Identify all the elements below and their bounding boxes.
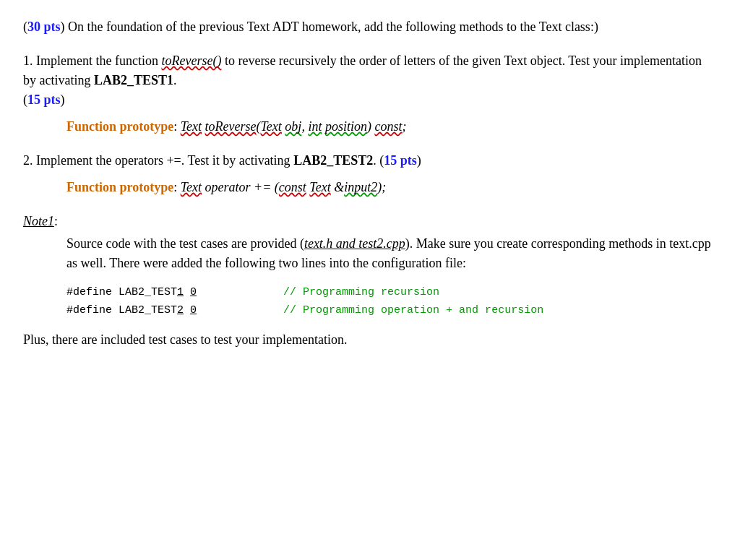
code-define-1: #define LAB2_TEST1 0	[66, 285, 197, 301]
note-header: Note1:	[23, 212, 717, 231]
code-comment-2: // Programming operation + and recursion	[283, 303, 543, 319]
section-1: 1. Implement the function toReverse() to…	[23, 51, 717, 137]
section1-prototype-block: Function prototype: Text toReverse(Text …	[66, 117, 717, 137]
section1-text-before: Implement the function	[36, 53, 161, 68]
section1-function-name: toReverse()	[161, 53, 221, 68]
code-line-1: #define LAB2_TEST1 0 // Programming recu…	[66, 285, 717, 301]
code-define-2: #define LAB2_TEST2 0	[66, 303, 197, 319]
section2-proto-const: const	[279, 180, 306, 194]
note-link: text.h and test2.cpp	[304, 236, 405, 251]
code-comment-1: // Programming recursion	[283, 285, 439, 301]
section1-pts: 15 pts	[27, 92, 61, 107]
section1-test-label: LAB2_TEST1	[94, 73, 173, 87]
section2-pts: 15 pts	[384, 153, 417, 168]
intro-pts: 30 pts	[27, 20, 61, 34]
section2-test-label: LAB2_TEST2	[293, 153, 373, 168]
note-section: Note1: Source code with the test cases a…	[23, 212, 717, 350]
section1-proto-toReverse: toReverse	[205, 119, 257, 134]
section1-proto-position: position	[325, 119, 367, 134]
section2-prototype-block: Function prototype: Text operator += (co…	[66, 178, 717, 197]
note-body: Source code with the test cases are prov…	[23, 234, 717, 350]
intro-paragraph: (30 pts) On the foundation of the previo…	[23, 17, 717, 37]
note-label: Note1	[23, 214, 54, 228]
section2-text: 2. Implement the operators +=. Test it b…	[23, 151, 717, 171]
section1-number: 1.	[23, 53, 33, 68]
intro-text: ) On the foundation of the previous Text…	[61, 20, 594, 34]
note-line1: Source code with the test cases are prov…	[66, 234, 717, 273]
code-block: #define LAB2_TEST1 0 // Programming recu…	[66, 285, 717, 319]
section2-prototype-label: Function prototype	[66, 180, 173, 194]
section2-proto-input2: input2	[344, 180, 377, 194]
section2-number: 2.	[23, 153, 33, 168]
section2-text-before: Implement the operators +=. Test it by a…	[36, 153, 293, 168]
section1-text: 1. Implement the function toReverse() to…	[23, 51, 717, 110]
section1-prototype-label: Function prototype	[66, 119, 173, 134]
plus-text: Plus, there are included test cases to t…	[23, 330, 717, 350]
section-2: 2. Implement the operators +=. Test it b…	[23, 151, 717, 197]
section1-prototype-text: Text toReverse(Text obj, int position) c…	[181, 119, 407, 134]
section1-proto-Text: Text	[181, 119, 202, 134]
section2-prototype-text: Text operator += (const Text &input2);	[181, 180, 387, 194]
section2-proto-Text: Text	[181, 180, 202, 194]
section2-proto-Text2: Text	[309, 180, 330, 194]
section1-proto-const: const	[374, 119, 402, 134]
section1-proto-int: int	[308, 119, 322, 134]
code-line-2: #define LAB2_TEST2 0 // Programming oper…	[66, 303, 717, 319]
section1-proto-obj: obj	[285, 119, 301, 134]
section1-proto-Text2: Text	[261, 119, 282, 134]
